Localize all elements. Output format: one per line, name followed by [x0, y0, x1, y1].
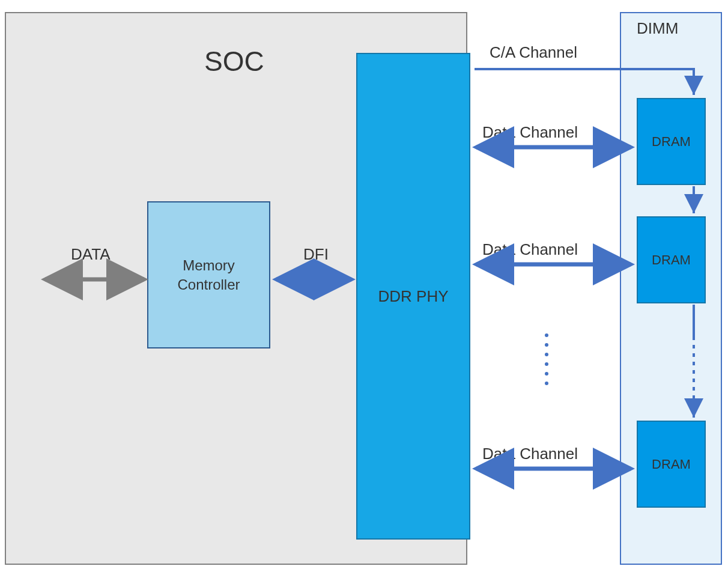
- dram-label-3: DRAM: [652, 457, 691, 472]
- ddr-phy-label: DDR PHY: [378, 287, 448, 306]
- data-channel-label-2: Data Channel: [482, 240, 578, 259]
- ddr-phy-block: DDR PHY: [356, 53, 470, 540]
- dram-label-2: DRAM: [652, 252, 691, 268]
- data-channel-label-3: Data Channel: [482, 445, 578, 463]
- ca-channel-label: C/A Channel: [490, 43, 577, 62]
- memory-controller-block: Memory Controller: [147, 201, 270, 348]
- vertical-ellipsis-icon: [545, 333, 548, 394]
- diagram-canvas: SOC Memory Controller DDR PHY DIMM DRAM …: [0, 0, 728, 575]
- dram-block-1: DRAM: [637, 98, 706, 185]
- dram-label-1: DRAM: [652, 134, 691, 150]
- memory-controller-label: Memory Controller: [177, 256, 240, 293]
- dimm-label: DIMM: [637, 19, 678, 38]
- data-channel-label-1: Data Channel: [482, 123, 578, 142]
- dfi-arrow-label: DFI: [303, 245, 329, 264]
- dram-block-2: DRAM: [637, 216, 706, 303]
- dram-block-3: DRAM: [637, 421, 706, 508]
- soc-label: SOC: [204, 45, 264, 78]
- data-arrow-label: DATA: [71, 245, 110, 264]
